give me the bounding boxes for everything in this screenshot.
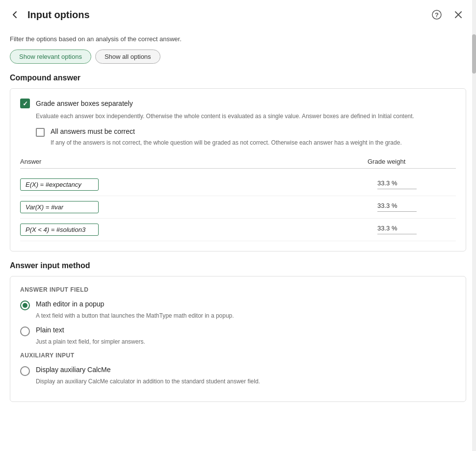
grade-separately-label: Grade answer boxes separately: [36, 100, 133, 107]
col-grade-label: Grade weight: [368, 158, 456, 165]
close-button[interactable]: [450, 7, 466, 23]
col-answer-label: Answer: [20, 158, 368, 165]
answer-value-3[interactable]: P(X < 4) = #solution3: [20, 224, 99, 236]
math-editor-row: Math editor in a popup: [20, 300, 456, 310]
plain-text-label: Plain text: [36, 326, 64, 334]
answer-cell-1: E(X) = #expectancy: [20, 178, 368, 191]
grade-separately-helper: Evaluate each answer box independently. …: [36, 112, 456, 121]
grade-value-3: 33.3 %: [377, 225, 397, 232]
grade-underline-2: [377, 211, 417, 212]
plain-text-row: Plain text: [20, 326, 456, 336]
filter-description: Filter the options based on an analysis …: [10, 35, 466, 43]
grade-underline-3: [377, 234, 417, 234]
grade-cell-2: 33.3 %: [368, 202, 456, 212]
tab-all[interactable]: Show all options: [95, 50, 160, 64]
radio-inner-selected: [23, 303, 27, 308]
answers-table: Answer Grade weight E(X) = #expectancy 3…: [20, 155, 456, 241]
grade-cell-1: 33.3 %: [368, 179, 456, 189]
calcme-radio[interactable]: [20, 366, 30, 376]
scrollbar-thumb[interactable]: [472, 34, 476, 74]
grade-value-1: 33.3 %: [377, 179, 397, 187]
scrollbar-track[interactable]: [472, 0, 476, 451]
grade-separately-checkbox[interactable]: ✓: [20, 99, 30, 108]
math-editor-helper: A text field with a button that launches…: [36, 312, 456, 319]
all-correct-label: All answers must be correct: [51, 127, 135, 135]
calcme-helper: Display an auxiliary CalcMe calculator i…: [36, 378, 456, 385]
calcme-row: Display auxiliary CalcMe: [20, 366, 456, 376]
grade-value-2: 33.3 %: [377, 202, 397, 209]
answer-input-card: Answer input field Math editor in a popu…: [10, 276, 466, 402]
all-correct-checkbox[interactable]: [36, 128, 45, 137]
help-button[interactable]: ?: [429, 7, 445, 23]
modal-body: Filter the options based on an analysis …: [0, 27, 476, 451]
answer-input-title: Answer input method: [10, 261, 466, 270]
tab-relevant[interactable]: Show relevant options: [10, 50, 91, 64]
table-row: Var(X) = #var 33.3 %: [20, 196, 456, 219]
grade-underline-1: [377, 189, 417, 189]
calcme-label: Display auxiliary CalcMe: [36, 366, 111, 374]
answers-table-header: Answer Grade weight: [20, 155, 456, 169]
plain-text-radio[interactable]: [20, 326, 30, 336]
table-row: P(X < 4) = #solution3 33.3 %: [20, 219, 456, 241]
modal-title: Input options: [27, 9, 423, 21]
plain-text-helper: Just a plain text field, for simpler ans…: [36, 338, 456, 345]
back-button[interactable]: [8, 8, 22, 22]
answer-value-2[interactable]: Var(X) = #var: [20, 201, 99, 213]
answer-cell-2: Var(X) = #var: [20, 201, 368, 213]
header-actions: ?: [429, 7, 466, 23]
svg-text:?: ?: [435, 11, 439, 19]
all-correct-row: All answers must be correct: [36, 127, 456, 137]
grade-cell-3: 33.3 %: [368, 225, 456, 234]
answer-cell-3: P(X < 4) = #solution3: [20, 224, 368, 236]
filter-tabs: Show relevant options Show all options: [10, 50, 466, 64]
grade-separately-row: ✓ Grade answer boxes separately: [20, 99, 456, 108]
compound-answer-card: ✓ Grade answer boxes separately Evaluate…: [10, 88, 466, 251]
subsection-field-label: Answer input field: [20, 286, 456, 293]
modal-header: Input options ?: [0, 0, 476, 27]
subsection-auxiliary-label: Auxiliary input: [20, 352, 456, 359]
all-correct-helper: If any of the answers is not correct, th…: [51, 139, 456, 147]
math-editor-radio[interactable]: [20, 301, 30, 310]
compound-answer-title: Compound answer: [10, 74, 466, 82]
table-row: E(X) = #expectancy 33.3 %: [20, 174, 456, 196]
check-mark: ✓: [23, 100, 28, 107]
answer-value-1[interactable]: E(X) = #expectancy: [20, 178, 99, 191]
math-editor-label: Math editor in a popup: [36, 300, 104, 308]
